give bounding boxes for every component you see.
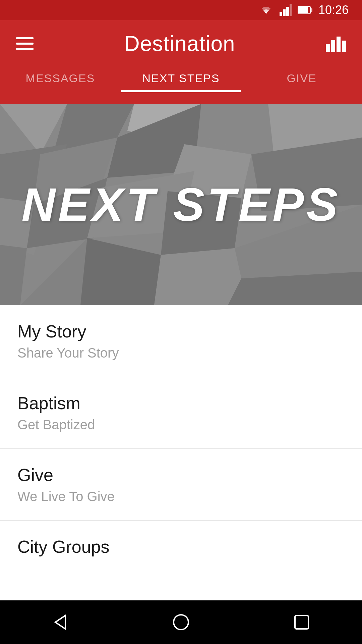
recents-button[interactable] bbox=[285, 605, 318, 639]
hamburger-menu-icon[interactable] bbox=[16, 37, 34, 50]
svg-rect-0 bbox=[280, 12, 282, 16]
hero-banner: NEXT STEPS bbox=[0, 104, 362, 305]
svg-rect-10 bbox=[342, 41, 346, 52]
list-item-baptism-subtitle: Get Baptized bbox=[17, 417, 345, 432]
tab-bar: MESSAGES NEXT STEPS GIVE bbox=[0, 67, 362, 104]
status-time: 10:26 bbox=[318, 3, 349, 17]
list-container: My Story Share Your Story Baptism Get Ba… bbox=[0, 305, 362, 577]
list-item-my-story-title: My Story bbox=[17, 321, 345, 341]
signal-icon bbox=[280, 4, 292, 16]
svg-rect-8 bbox=[331, 40, 335, 52]
tab-messages-label: MESSAGES bbox=[26, 72, 95, 90]
bottom-nav bbox=[0, 600, 362, 644]
list-item-baptism[interactable]: Baptism Get Baptized bbox=[0, 377, 362, 449]
svg-rect-5 bbox=[298, 7, 308, 13]
tab-give-label: GIVE bbox=[287, 72, 316, 90]
list-item-give[interactable]: Give We Live To Give bbox=[0, 449, 362, 521]
list-item-give-title: Give bbox=[17, 465, 345, 485]
back-button[interactable] bbox=[44, 605, 77, 639]
svg-rect-9 bbox=[337, 37, 341, 52]
chart-icon[interactable] bbox=[326, 34, 346, 54]
svg-rect-2 bbox=[286, 7, 289, 16]
svg-point-33 bbox=[174, 615, 188, 630]
status-icons: 10:26 bbox=[259, 3, 349, 17]
svg-rect-1 bbox=[283, 9, 286, 16]
tab-next-steps[interactable]: NEXT STEPS bbox=[121, 72, 241, 92]
svg-rect-34 bbox=[295, 615, 308, 629]
battery-icon bbox=[298, 5, 312, 15]
app-bar: Destination bbox=[0, 20, 362, 67]
tab-give[interactable]: GIVE bbox=[241, 72, 362, 92]
svg-rect-3 bbox=[290, 4, 292, 16]
tab-give-indicator bbox=[241, 90, 362, 92]
tab-next-steps-indicator bbox=[121, 90, 241, 92]
list-item-my-story-subtitle: Share Your Story bbox=[17, 345, 345, 361]
app-title: Destination bbox=[124, 31, 235, 56]
tab-next-steps-label: NEXT STEPS bbox=[142, 72, 220, 90]
svg-marker-30 bbox=[154, 248, 241, 305]
svg-marker-32 bbox=[55, 615, 65, 629]
svg-rect-6 bbox=[310, 8, 312, 12]
tab-messages-indicator bbox=[0, 90, 121, 92]
list-item-city-groups[interactable]: City Groups bbox=[0, 521, 362, 577]
home-button[interactable] bbox=[164, 605, 198, 639]
list-item-my-story[interactable]: My Story Share Your Story bbox=[0, 305, 362, 377]
tab-messages[interactable]: MESSAGES bbox=[0, 72, 121, 92]
svg-rect-7 bbox=[326, 44, 330, 52]
status-bar: 10:26 bbox=[0, 0, 362, 20]
hero-text: NEXT STEPS bbox=[21, 177, 340, 232]
list-item-give-subtitle: We Live To Give bbox=[17, 489, 345, 504]
list-item-baptism-title: Baptism bbox=[17, 393, 345, 413]
wifi-icon bbox=[259, 4, 274, 16]
list-item-city-groups-title: City Groups bbox=[17, 537, 345, 557]
